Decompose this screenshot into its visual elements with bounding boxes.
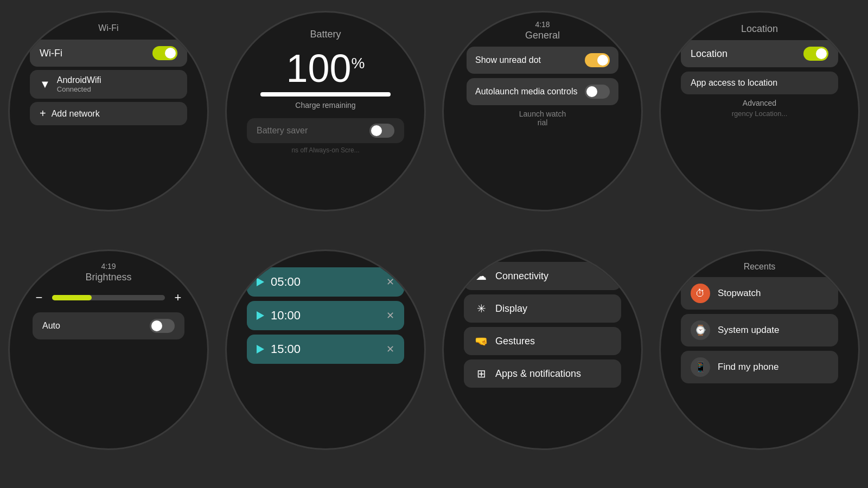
timer-play-icon-1: [257, 278, 264, 286]
wifi-network-name: AndroidWifi: [57, 75, 101, 85]
gesture-icon: 🤜: [474, 335, 489, 348]
brightness-auto-label: Auto: [42, 321, 60, 331]
stopwatch-icon: ⏱: [691, 284, 710, 303]
battery-bar: [260, 92, 391, 97]
cloud-icon: ☁: [474, 269, 489, 282]
autolaunch-label: Autolaunch media controls: [475, 87, 585, 97]
wifi-network-status: Connected: [57, 85, 101, 93]
autolaunch-toggle[interactable]: [585, 85, 610, 99]
wifi-signal-icon: ▼: [40, 78, 50, 91]
brightness-decrease-button[interactable]: −: [33, 291, 46, 305]
add-network-label: Add network: [52, 109, 100, 119]
timer-item-2[interactable]: 10:00 ✕: [247, 301, 404, 330]
system-update-icon: ⌚: [691, 320, 710, 340]
timer-time-1: 05:00: [271, 275, 301, 289]
timer-item-1[interactable]: 05:00 ✕: [247, 267, 404, 297]
brightness-title: Brightness: [85, 272, 131, 283]
add-network-row[interactable]: + Add network: [30, 102, 187, 125]
display-icon: ✳: [474, 302, 489, 315]
settings-gestures[interactable]: 🤜 Gestures: [464, 327, 621, 355]
launch-watch-text: Launch watchrial: [519, 110, 566, 127]
brightness-time: 4:19: [101, 262, 116, 271]
plus-icon: +: [40, 107, 46, 120]
settings-watch: ☁ Connectivity ✳ Display 🤜 Gestures ⊞ Ap…: [439, 249, 646, 477]
stopwatch-label: Stopwatch: [718, 288, 761, 299]
timer-play-icon-2: [257, 311, 264, 320]
brightness-increase-button[interactable]: +: [171, 291, 184, 305]
battery-title: Battery: [310, 29, 341, 40]
emergency-location-text: rgency Location...: [732, 110, 788, 118]
wifi-toggle[interactable]: [152, 46, 177, 60]
timer-close-2[interactable]: ✕: [386, 310, 394, 322]
location-title: Location: [741, 23, 778, 35]
battery-saver-toggle[interactable]: [369, 124, 394, 138]
battery-percent: 100%: [286, 49, 365, 88]
timer-time-2: 10:00: [271, 309, 301, 323]
autolaunch-row[interactable]: Autolaunch media controls: [467, 78, 618, 105]
brightness-watch: 4:19 Brightness − + Auto: [5, 249, 212, 477]
wifi-title: Wi-Fi: [98, 23, 118, 33]
apps-label: Apps & notifications: [495, 368, 581, 380]
recents-find-phone[interactable]: 📱 Find my phone: [681, 351, 838, 383]
show-unread-toggle[interactable]: [585, 53, 610, 67]
wifi-toggle-row[interactable]: Wi-Fi: [30, 40, 187, 67]
battery-charge-text: Charge remaining: [295, 101, 355, 110]
brightness-slider-row: − +: [33, 291, 184, 305]
timer-close-3[interactable]: ✕: [386, 343, 394, 355]
battery-saver-label: Battery saver: [257, 126, 308, 136]
timer-time-3: 15:00: [271, 342, 301, 356]
battery-always-on-text: ns off Always-on Scre...: [291, 146, 359, 154]
battery-saver-row[interactable]: Battery saver: [247, 118, 404, 143]
wifi-label: Wi-Fi: [40, 48, 62, 59]
app-access-row[interactable]: App access to location: [681, 72, 838, 94]
app-access-label: App access to location: [691, 78, 777, 87]
show-unread-row[interactable]: Show unread dot: [467, 47, 618, 74]
wifi-watch: Wi-Fi Wi-Fi ▼ AndroidWifi Connected + Ad…: [5, 11, 212, 239]
find-phone-icon: 📱: [691, 357, 710, 377]
settings-display[interactable]: ✳ Display: [464, 294, 621, 323]
main-grid: Wi-Fi Wi-Fi ▼ AndroidWifi Connected + Ad…: [0, 0, 868, 488]
apps-icon: ⊞: [474, 367, 489, 380]
general-title: General: [525, 30, 560, 41]
brightness-auto-toggle[interactable]: [150, 319, 175, 333]
brightness-auto-row[interactable]: Auto: [33, 312, 184, 339]
timer-watch: 05:00 ✕ 10:00 ✕ 15:00 ✕: [222, 249, 429, 477]
recents-system-update[interactable]: ⌚ System update: [681, 314, 838, 346]
battery-watch: Battery 100% Charge remaining Battery sa…: [222, 11, 429, 239]
display-label: Display: [495, 303, 527, 314]
wifi-network-row[interactable]: ▼ AndroidWifi Connected: [30, 70, 187, 99]
general-watch: 4:18 General Show unread dot Autolaunch …: [439, 11, 646, 239]
find-phone-label: Find my phone: [718, 362, 778, 373]
connectivity-label: Connectivity: [495, 271, 548, 282]
location-watch: Location Location App access to location…: [656, 11, 863, 239]
recents-title: Recents: [744, 262, 776, 272]
gestures-label: Gestures: [495, 336, 535, 347]
recents-stopwatch[interactable]: ⏱ Stopwatch: [681, 277, 838, 310]
brightness-track[interactable]: [52, 295, 165, 300]
location-toggle[interactable]: [803, 47, 828, 61]
settings-apps[interactable]: ⊞ Apps & notifications: [464, 359, 621, 388]
settings-connectivity[interactable]: ☁ Connectivity: [464, 262, 621, 290]
recents-watch: Recents ⏱ Stopwatch ⌚ System update 📱 Fi…: [656, 249, 863, 477]
timer-play-icon-3: [257, 345, 264, 354]
timer-item-3[interactable]: 15:00 ✕: [247, 335, 404, 364]
timer-close-1[interactable]: ✕: [386, 276, 394, 288]
location-label: Location: [691, 48, 727, 60]
system-update-label: System update: [718, 325, 779, 336]
location-toggle-row[interactable]: Location: [681, 40, 838, 67]
general-time: 4:18: [535, 20, 550, 29]
show-unread-label: Show unread dot: [475, 55, 585, 65]
advanced-label: Advanced: [743, 99, 776, 107]
